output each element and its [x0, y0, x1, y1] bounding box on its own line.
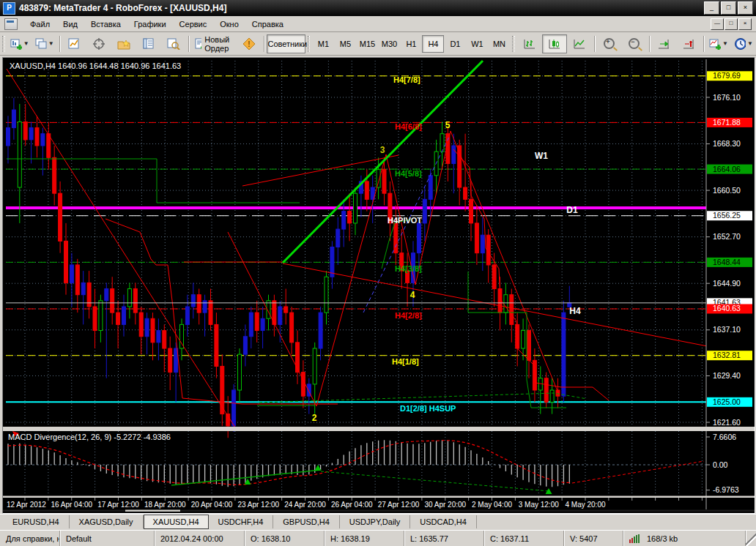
- svg-text:4: 4: [410, 290, 415, 300]
- maximize-button[interactable]: □: [721, 1, 736, 15]
- svg-text:1621.60: 1621.60: [713, 418, 741, 427]
- connection-signal-icon: [629, 534, 640, 543]
- timeframe-W1[interactable]: W1: [466, 35, 488, 53]
- expert-advisors-button[interactable]: Советники: [267, 34, 305, 53]
- bar-chart-icon: [523, 38, 536, 50]
- tab-USDCHF,H4[interactable]: USDCHF,H4: [209, 515, 274, 528]
- templates-icon: [167, 38, 180, 50]
- svg-text:D1[2/8] H4SUP: D1[2/8] H4SUP: [400, 404, 456, 413]
- svg-text:0.00: 0.00: [713, 460, 728, 469]
- status-connection: 168/3 kb: [623, 531, 746, 546]
- timeframe-D1[interactable]: D1: [444, 35, 466, 53]
- mdi-restore-button[interactable]: □: [724, 18, 738, 30]
- svg-text:H4[5/8]: H4[5/8]: [395, 169, 422, 178]
- zoom-out-icon: −: [629, 38, 640, 49]
- timeframe-M1[interactable]: M1: [312, 35, 334, 53]
- status-bar-time: 2012.04.24 00:00: [155, 531, 245, 546]
- svg-text:H4PIVOT: H4PIVOT: [388, 216, 422, 225]
- zoom-in-icon: +: [604, 38, 615, 49]
- svg-text:5: 5: [445, 120, 451, 130]
- zoom-out-button[interactable]: −: [622, 34, 647, 53]
- symbols-star-icon: [117, 38, 130, 50]
- svg-text:16 Apr 04:00: 16 Apr 04:00: [51, 501, 92, 509]
- svg-text:D1: D1: [566, 205, 578, 215]
- indicators-button[interactable]: ▼: [706, 34, 731, 53]
- new-order-button[interactable]: Новый Ордер: [191, 34, 237, 53]
- line-chart-type-button[interactable]: [567, 34, 592, 53]
- timeframe-M15[interactable]: M15: [356, 35, 378, 53]
- svg-text:1660.50: 1660.50: [713, 186, 741, 195]
- candlestick-chart-type-button[interactable]: [542, 34, 567, 53]
- profiles-button[interactable]: ▼: [32, 34, 57, 53]
- timeframe-H1[interactable]: H1: [400, 35, 422, 53]
- menu-Сервис[interactable]: Сервис: [173, 18, 214, 31]
- alert-icon: !: [242, 37, 256, 51]
- svg-text:1637.10: 1637.10: [713, 325, 741, 334]
- crosshair-icon: [93, 38, 105, 50]
- zoom-in-button[interactable]: +: [597, 34, 622, 53]
- svg-text:H4[3/8]: H4[3/8]: [395, 264, 422, 273]
- timeframe-M30[interactable]: M30: [378, 35, 400, 53]
- tab-EURUSD,H4[interactable]: EURUSD,H4: [3, 515, 70, 528]
- svg-text:3: 3: [380, 145, 385, 155]
- templates-button[interactable]: [161, 34, 186, 53]
- resize-grip[interactable]: [746, 531, 756, 546]
- mdi-close-button[interactable]: ×: [738, 18, 752, 30]
- toolbar-grip[interactable]: [2, 36, 5, 52]
- menu-Графики[interactable]: Графики: [127, 18, 173, 31]
- tick-chart-icon: [68, 38, 80, 50]
- timeframe-MN[interactable]: MN: [488, 35, 510, 53]
- title-bar[interactable]: P 483879: MetaTrader 4 - RoboForex - [XA…: [0, 0, 756, 16]
- svg-text:12 Apr 2012: 12 Apr 2012: [7, 501, 46, 509]
- svg-text:1625.00: 1625.00: [713, 397, 741, 406]
- tick-chart-button[interactable]: [62, 34, 86, 53]
- svg-text:20 Apr 04:00: 20 Apr 04:00: [191, 501, 233, 509]
- mdi-minimize-button[interactable]: —: [711, 18, 724, 30]
- candlestick-icon: [548, 38, 561, 50]
- svg-text:24 Apr 20:00: 24 Apr 20:00: [284, 501, 326, 509]
- tab-XAGUSD,Daily[interactable]: XAGUSD,Daily: [70, 515, 144, 528]
- svg-text:27 Apr 12:00: 27 Apr 12:00: [378, 501, 420, 509]
- minimize-button[interactable]: _: [704, 1, 719, 15]
- app-icon: P: [3, 2, 15, 15]
- chart-tabs-bar: EURUSD,H4XAGUSD,DailyXAUUSD,H4USDCHF,H4G…: [0, 514, 756, 530]
- svg-text:1671.88: 1671.88: [713, 118, 741, 127]
- periods-button[interactable]: ▼: [731, 34, 756, 53]
- symbols-button[interactable]: [111, 34, 136, 53]
- svg-text:2: 2: [312, 413, 317, 423]
- tab-USDCAD,H4[interactable]: USDCAD,H4: [410, 515, 477, 528]
- alert-button[interactable]: !: [237, 34, 262, 53]
- status-low: L: 1635.77: [404, 531, 484, 546]
- svg-text:-6.9763: -6.9763: [713, 485, 739, 494]
- chart-window-icon: [4, 18, 18, 30]
- bar-chart-type-button[interactable]: [517, 34, 542, 53]
- status-bar: Для справки, нажмите F1Default2012.04.24…: [0, 530, 756, 546]
- menu-Вставка[interactable]: Вставка: [84, 18, 127, 31]
- new-chart-button[interactable]: ▼: [7, 34, 32, 53]
- crosshair-button[interactable]: [86, 34, 111, 53]
- auto-scroll-button[interactable]: [651, 34, 676, 53]
- tab-GBPUSD,H4[interactable]: GBPUSD,H4: [273, 515, 340, 528]
- menu-Вид[interactable]: Вид: [56, 18, 84, 31]
- svg-text:1632.81: 1632.81: [713, 351, 741, 359]
- svg-text:W1: W1: [535, 151, 548, 161]
- data-window-icon: [143, 38, 155, 50]
- chart-shift-button[interactable]: [676, 34, 701, 53]
- profiles-icon: [35, 38, 47, 50]
- menu-Файл[interactable]: Файл: [23, 18, 56, 31]
- svg-text:1648.44: 1648.44: [713, 258, 741, 266]
- svg-text:1644.90: 1644.90: [713, 279, 741, 288]
- chart-area[interactable]: H4[7/8]H4[6/8]H4[5/8]H4PIVOTH4[3/8]H4[2/…: [2, 57, 755, 514]
- timeframe-M5[interactable]: M5: [334, 35, 356, 53]
- svg-text:H4[2/8]: H4[2/8]: [395, 311, 422, 320]
- svg-text:1629.40: 1629.40: [713, 371, 741, 380]
- close-button[interactable]: ×: [738, 1, 753, 15]
- tab-XAUUSD,H4[interactable]: XAUUSD,H4: [144, 515, 209, 529]
- menu-Окно[interactable]: Окно: [213, 18, 245, 31]
- menu-Справка[interactable]: Справка: [245, 18, 290, 31]
- chevron-down-icon: ▼: [747, 40, 753, 47]
- data-window-button[interactable]: [136, 34, 161, 53]
- tab-USDJPY,Daily[interactable]: USDJPY,Daily: [340, 515, 411, 528]
- timeframe-H4[interactable]: H4: [422, 35, 444, 53]
- svg-text:XAUUSD,H4 1640.96 1644.48 164: XAUUSD,H4 1640.96 1644.48 1640.96 1641.6…: [10, 61, 181, 70]
